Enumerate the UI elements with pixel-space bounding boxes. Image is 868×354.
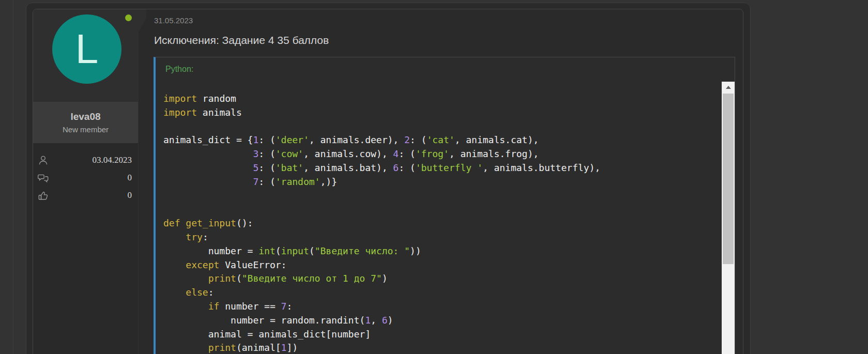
- post-content-area: 31.05.2023 Исключения: Задание 4 35 балл…: [154, 9, 744, 354]
- code-line: number = int(input("Введите число: ")): [163, 244, 722, 258]
- avatar[interactable]: L: [52, 14, 121, 84]
- thumbs-up-icon: [37, 190, 49, 202]
- forum-post-page: L leva08 New member 03.04.2023: [0, 0, 868, 354]
- code-line: animal = animals_dict[number]: [163, 328, 722, 342]
- online-indicator: [125, 14, 132, 21]
- code-line: print(animal[1]): [163, 341, 722, 354]
- code-line: try:: [163, 230, 722, 244]
- code-line: if number == 7:: [163, 300, 722, 314]
- code-line: except ValueError:: [163, 258, 722, 272]
- scrollbar-up-button[interactable]: [722, 82, 735, 93]
- code-block: Python: import randomimport animals anim…: [154, 57, 735, 354]
- avatar-letter: L: [75, 28, 99, 70]
- code-line: number = random.randint(1, 6): [163, 314, 722, 328]
- code-line: def get_input():: [163, 217, 722, 230]
- code-vertical-scrollbar[interactable]: [722, 82, 735, 354]
- code-line: animals_dict = {1: ('deer', animals.deer…: [163, 133, 722, 147]
- code-line: [163, 120, 722, 134]
- message-bubble-tail: [138, 9, 146, 33]
- page-left-rule: [13, 0, 13, 354]
- avatar-section: L: [33, 9, 138, 102]
- post-title: Исключения: Задание 4 35 баллов: [154, 34, 329, 47]
- code-language-label: Python:: [156, 57, 193, 81]
- code-line: [163, 189, 722, 203]
- code-line: [163, 203, 722, 217]
- reaction-count-value: 0: [128, 190, 132, 201]
- messages-icon: [37, 172, 49, 184]
- user-role: New member: [63, 125, 109, 134]
- code-line: 7: ('random',)}: [163, 175, 722, 189]
- code-content[interactable]: import randomimport animals animals_dict…: [156, 82, 722, 354]
- code-line: import random: [163, 92, 722, 106]
- user-cell: L leva08 New member 03.04.2023: [33, 9, 139, 354]
- message-count-value: 0: [128, 173, 132, 183]
- message-card: L leva08 New member 03.04.2023: [33, 9, 743, 354]
- scrollbar-up-arrow-icon: [726, 86, 731, 89]
- code-line: print("Введите число от 1 до 7"): [163, 272, 722, 286]
- scrollbar-thumb[interactable]: [723, 94, 734, 264]
- code-line: import animals: [163, 106, 722, 120]
- post-date: 31.05.2023: [154, 16, 193, 25]
- username-band: leva08 New member: [33, 102, 138, 143]
- joined-date-value: 03.04.2023: [93, 155, 132, 165]
- user-stats: 03.04.2023 0 0: [33, 143, 138, 354]
- code-line: else:: [163, 286, 722, 300]
- code-line: 5: ('bat', animals.bat), 6: ('butterfly …: [163, 161, 722, 175]
- code-line: 3: ('cow', animals.cow), 4: ('frog', ani…: [163, 147, 722, 161]
- username-link[interactable]: leva08: [70, 111, 100, 122]
- stat-row-joined: 03.04.2023: [37, 151, 132, 169]
- stat-row-messages: 0: [37, 169, 132, 187]
- stat-row-reactions: 0: [37, 187, 132, 204]
- user-icon: [37, 155, 49, 166]
